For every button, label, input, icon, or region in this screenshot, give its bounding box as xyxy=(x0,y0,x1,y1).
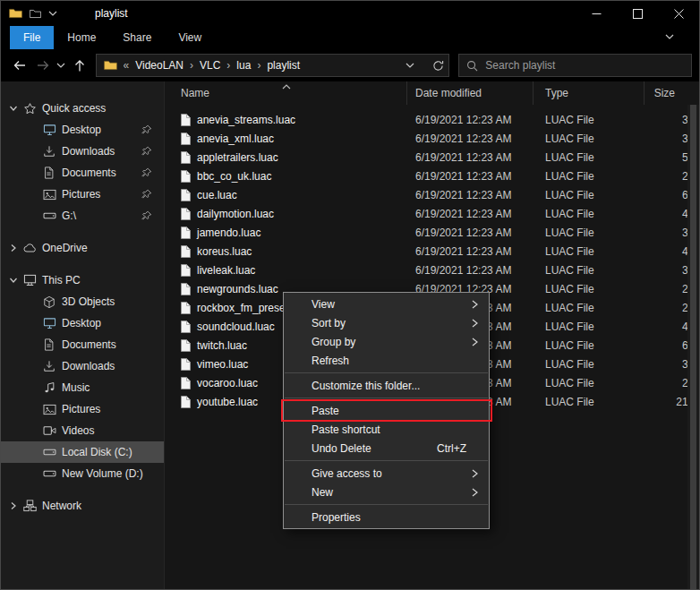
sidebar-item-label: Music xyxy=(62,381,90,394)
menu-item-label: Properties xyxy=(312,511,478,524)
qat-dropdown-icon[interactable] xyxy=(48,11,57,16)
sidebar-item-downloads[interactable]: Downloads xyxy=(1,141,164,162)
breadcrumb-separator-icon[interactable]: › xyxy=(257,59,260,72)
sidebar-item-pictures[interactable]: Pictures xyxy=(1,184,164,205)
file-name-label: anevia_xml.luac xyxy=(197,133,274,145)
column-headers: Name Date modified Type Size xyxy=(165,81,699,105)
picture-icon xyxy=(43,189,56,201)
sidebar-item-quick-access[interactable]: Quick access xyxy=(1,98,164,119)
qat-folder-icon[interactable] xyxy=(30,9,41,19)
file-date-modified: 6/19/2021 12:23 AM xyxy=(407,208,534,220)
cube-icon xyxy=(43,295,55,309)
pin-icon xyxy=(141,189,152,200)
column-header-name[interactable]: Name xyxy=(165,81,407,105)
sidebar-item-label: Downloads xyxy=(62,145,115,158)
breadcrumb-segment-playlist[interactable]: playlist xyxy=(267,59,300,72)
sidebar-item-new-volume-d[interactable]: New Volume (D:) xyxy=(1,463,164,484)
file-name-label: vocaroo.luac xyxy=(197,377,258,389)
file-date-modified: 6/19/2021 12:23 AM xyxy=(407,114,534,126)
sidebar-item-videos[interactable]: Videos xyxy=(1,420,164,441)
scrollbar-thumb[interactable] xyxy=(690,105,696,589)
context-menu-item-refresh[interactable]: Refresh xyxy=(284,351,489,370)
context-menu-item-group-by[interactable]: Group by xyxy=(284,332,489,351)
file-icon xyxy=(180,264,191,277)
sidebar-item-documents[interactable]: Documents xyxy=(1,162,164,184)
file-name-label: cue.luac xyxy=(197,189,237,201)
file-row-dailymotion-luac[interactable]: dailymotion.luac6/19/2021 12:23 AMLUAC F… xyxy=(165,204,699,223)
refresh-button[interactable] xyxy=(427,55,448,76)
document-icon xyxy=(43,167,55,179)
sidebar-item-onedrive[interactable]: OneDrive xyxy=(1,237,164,259)
sidebar-item-music[interactable]: Music xyxy=(1,377,164,398)
search-input[interactable] xyxy=(485,59,684,72)
sidebar-item-pictures[interactable]: Pictures xyxy=(1,398,164,420)
menu-tab-view[interactable]: View xyxy=(165,26,215,49)
close-button[interactable] xyxy=(658,1,699,26)
sidebar-item-desktop[interactable]: Desktop xyxy=(1,119,164,141)
context-menu-item-customize-this-folder[interactable]: Customize this folder... xyxy=(284,376,489,395)
sidebar-item-documents[interactable]: Documents xyxy=(1,334,164,355)
file-row-liveleak-luac[interactable]: liveleak.luac6/19/2021 12:23 AMLUAC File… xyxy=(165,261,699,279)
address-bar[interactable]: «VideoLAN›VLC›lua›playlist xyxy=(96,54,450,77)
file-row-anevia-streams-luac[interactable]: anevia_streams.luac6/19/2021 12:23 AMLUA… xyxy=(165,110,699,129)
context-menu-item-paste-shortcut[interactable]: Paste shortcut xyxy=(284,420,489,439)
minimize-button[interactable] xyxy=(576,1,617,26)
context-menu-item-paste[interactable]: Paste xyxy=(284,401,489,420)
maximize-button[interactable] xyxy=(617,1,658,26)
menu-tab-share[interactable]: Share xyxy=(109,26,165,49)
sidebar-item-downloads[interactable]: Downloads xyxy=(1,355,164,377)
breadcrumb-segment-videolan[interactable]: VideoLAN xyxy=(135,59,184,72)
sidebar-item-desktop[interactable]: Desktop xyxy=(1,312,164,334)
file-type: LUAC File xyxy=(534,151,645,164)
file-row-bbc-co-uk-luac[interactable]: bbc_co_uk.luac6/19/2021 12:23 AMLUAC Fil… xyxy=(165,167,699,185)
file-row-anevia-xml-luac[interactable]: anevia_xml.luac6/19/2021 12:23 AMLUAC Fi… xyxy=(165,129,699,148)
address-folder-icon xyxy=(104,60,117,71)
sidebar-item-local-disk-c[interactable]: Local Disk (C:) xyxy=(1,441,164,463)
cloud-icon xyxy=(23,243,38,253)
file-type: LUAC File xyxy=(534,227,645,239)
vertical-scrollbar[interactable] xyxy=(687,105,699,589)
sidebar-item-label: New Volume (D:) xyxy=(62,467,143,480)
breadcrumb-segment-vlc[interactable]: VLC xyxy=(200,59,220,72)
breadcrumb-overflow-chevrons[interactable]: « xyxy=(124,59,130,72)
context-menu-item-view[interactable]: View xyxy=(284,295,489,313)
file-name: koreus.luac xyxy=(165,245,407,258)
file-row-appletrailers-luac[interactable]: appletrailers.luac6/19/2021 12:23 AMLUAC… xyxy=(165,148,699,167)
file-name: jamendo.luac xyxy=(165,227,407,239)
search-box[interactable] xyxy=(458,54,692,77)
breadcrumb-separator-icon[interactable]: › xyxy=(190,59,193,72)
up-button[interactable] xyxy=(68,54,91,77)
ribbon-expand-icon[interactable] xyxy=(665,34,674,39)
context-menu-item-properties[interactable]: Properties xyxy=(284,508,489,526)
breadcrumb-segment-lua[interactable]: lua xyxy=(236,59,251,72)
sidebar-item-this-pc[interactable]: This PC xyxy=(1,269,164,291)
breadcrumb-separator-icon[interactable]: › xyxy=(226,59,230,72)
address-dropdown-button[interactable] xyxy=(399,55,421,76)
context-menu-item-undo-delete[interactable]: Undo DeleteCtrl+Z xyxy=(284,439,489,457)
column-header-type[interactable]: Type xyxy=(534,81,645,105)
recent-locations-button[interactable] xyxy=(55,54,68,77)
sidebar-item-3d-objects[interactable]: 3D Objects xyxy=(1,291,164,312)
forward-button[interactable] xyxy=(31,54,55,77)
context-menu-item-new[interactable]: New xyxy=(284,483,489,501)
menu-item-label: Group by xyxy=(312,336,478,348)
file-row-cue-luac[interactable]: cue.luac6/19/2021 12:23 AMLUAC File6 KB xyxy=(165,185,699,204)
sidebar-item-g[interactable]: G:\ xyxy=(1,205,164,227)
sidebar-item-label: Desktop xyxy=(62,317,101,329)
column-header-size[interactable]: Size xyxy=(645,81,699,105)
forward-icon xyxy=(36,59,50,72)
context-menu-item-give-access-to[interactable]: Give access to xyxy=(284,464,489,483)
file-explorer-window: playlist FileHomeShareView «VideoLAN›VLC… xyxy=(0,0,700,590)
file-row-koreus-luac[interactable]: koreus.luac6/19/2021 12:23 AMLUAC File4 … xyxy=(165,242,699,261)
context-menu-item-sort-by[interactable]: Sort by xyxy=(284,313,489,332)
menu-tab-home[interactable]: Home xyxy=(54,26,109,49)
menu-tab-file[interactable]: File xyxy=(10,26,54,49)
back-button[interactable] xyxy=(8,54,31,77)
file-row-jamendo-luac[interactable]: jamendo.luac6/19/2021 12:23 AMLUAC File3… xyxy=(165,223,699,242)
sidebar-item-label: OneDrive xyxy=(42,242,88,254)
file-type: LUAC File xyxy=(534,114,645,126)
column-header-date-modified[interactable]: Date modified xyxy=(407,81,534,105)
menu-separator xyxy=(285,372,488,373)
file-type: LUAC File xyxy=(534,189,645,201)
sidebar-item-network[interactable]: Network xyxy=(1,495,164,517)
